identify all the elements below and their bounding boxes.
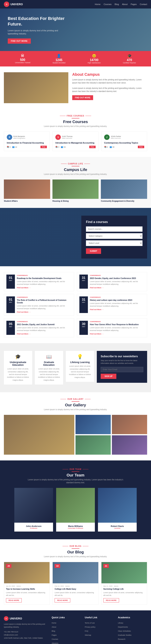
campus-divider [72,166,79,166]
blog-post-title-1: College Life Made Easy [55,588,96,590]
course-meta-1: 📚 5 👥 44 Free [7,146,47,148]
gallery-placeholder-5 [112,435,147,455]
courses-grid: R RAM Benjamin MBA Designation Introduct… [4,132,147,151]
find-courses-box: Find a courses Select Category Select Le… [81,216,147,258]
footer-link-sitemap: Sitemap [85,633,114,636]
hero-cta-button[interactable]: FIND OUT MORE [8,38,31,44]
instructor-avatar-3: J [104,134,110,140]
about-text-1: Lorem ipsum is simply dummy text of the … [72,78,147,84]
team-name-1: Maria Williams [58,525,93,527]
team-photo-1 [56,488,95,523]
conf-link-3[interactable]: Find out More → [90,308,144,310]
about-section: About Campus Lorem ipsum is simply dummy… [0,66,151,109]
blog-read-more-2[interactable]: READ MORE [103,598,119,602]
conf-tag-0: Conference [17,274,72,276]
courses-section-header: Free Courses Free Courses Lorem ipsum is… [4,115,147,128]
feature-text-2: Lorem ipsum dolor sit amet, consectetur … [69,365,91,379]
course-title-3: Contemporary Accounting Topics [104,142,144,144]
team-photo-placeholder-1 [56,488,95,523]
find-level-select[interactable]: Select Level [86,240,142,246]
nav-pages[interactable]: Pages [131,3,137,6]
nav-blog[interactable]: Blog [115,3,119,6]
instructor-avatar-2: S [55,134,61,140]
blog-divider [72,548,79,549]
nav-courses[interactable]: Courses [104,3,111,6]
about-title-part1: About [72,72,84,76]
stats-bar: 🏛 500 Universities Trained 👤 1245 Studen… [0,51,151,66]
team-info-2: Robert Davis Lecturer [98,523,137,532]
footer-address: 1234 North Avenue Luke, New York, United… [4,636,48,640]
course-lessons-1: 📚 5 [7,146,11,148]
about-cta-button[interactable]: FIND OUT MORE [72,95,93,100]
conf-link-0[interactable]: Find out More → [17,287,72,289]
blog-badge-1: 10 [55,564,60,568]
blog-read-more-1[interactable]: READ MORE [55,598,70,602]
logo-text: UNIVERO [11,3,23,6]
nav-about[interactable]: About [122,3,127,6]
footer-link-faq: FAQ [85,629,114,632]
lessons-icon-2: 📚 [55,146,58,148]
conf-date-4: 05 May [7,321,15,335]
nav-logo[interactable]: U UNIVERO [4,2,23,7]
feature-text-0: Lorem ipsum dolor sit amet, consectetur … [7,368,29,382]
footer-link-schedules: Class Schedules [118,629,147,632]
footer: U UNIVERO Lorem ipsum is simply dummy te… [0,610,151,644]
footer-link-courses: Courses [52,638,81,640]
gallery-section: Our Gallery Our Gallery Lorem ipsum is s… [0,392,151,460]
nav-home[interactable]: Home [95,3,100,6]
footer-grid: U UNIVERO Lorem ipsum is simply dummy te… [4,616,147,644]
campus-img-placeholder-2 [53,180,99,199]
subscribe-button[interactable]: SIGN UP [101,374,116,379]
team-role-2: Lecturer [100,527,134,529]
blog-content-1: Feb 10, 2023 Admin College Life Made Eas… [53,583,98,604]
courses-title: Free Courses [4,120,147,124]
find-submit-button[interactable]: SUBMIT [86,248,101,254]
about-title-part2: Campus [84,72,100,76]
gallery-placeholder-4 [76,435,111,455]
gallery-divider [72,401,79,402]
conf-content-3: Conference History and culture open day … [90,296,144,313]
find-search-input[interactable] [86,226,142,232]
team-section-header: Our Team Our Team Lorem ipsum is simply … [4,468,147,484]
team-card-1: Maria Williams Associate Professor [56,488,95,532]
gallery-item-3 [112,415,147,434]
blog-meta-0: Jan 20, 2023 Admin [6,585,48,587]
conf-link-5[interactable]: Find out More → [90,333,144,335]
hero-section: Best Education For Brighter Future. Lore… [0,8,151,51]
blog-read-more-0[interactable]: READ MORE [6,598,22,602]
conf-day-3: 31 [81,298,86,302]
nav-contact[interactable]: Contact [140,3,147,6]
campus-grid: Student Affairs Housing & Dining Communi… [4,180,147,202]
feature-icon-2: 💡 [69,354,91,360]
stat-num-students: 1245 [53,58,65,62]
conf-link-2[interactable]: Find out More → [17,311,72,313]
course-badge-2: Free [89,146,96,148]
footer-link-about: About [52,625,81,628]
find-category-select[interactable]: Select Category [86,233,142,239]
conf-text-5: Lorem ipsum dolor sit amet, consectetur … [90,326,144,332]
conf-date-0: 01 May [7,274,15,289]
about-text-2: Lorem ipsum is simply dummy text of the … [72,87,147,93]
team-desc: Lorem ipsum is simply dummy text of the … [27,478,124,484]
hero-content: Best Education For Brighter Future. Lore… [8,16,66,44]
stat-num-teachers: 470 [123,58,136,62]
conf-link-4[interactable]: Find out More → [17,333,72,335]
conf-month-3: May [81,302,86,303]
campus-image-3 [101,180,147,199]
feature-icon-0: 🎓 [7,354,29,360]
footer-phone: +01 456-789-0123 [4,630,48,633]
subscribe-box: Subscribe to our newsletters Stay your e… [97,351,147,383]
conf-content-1: Conference 2023 Gender, Equity, and Just… [90,274,144,289]
conf-date-2: 01 May [7,296,15,313]
blog-post-text-0: Lorem ipsum dolor sit amet, consectetur … [6,592,48,597]
course-card-2: S SAM Thomas MBA Instructor Introduction… [53,132,98,151]
subscribe-email-input[interactable] [101,367,143,372]
conf-tag-2: Conference [17,296,72,298]
footer-useful-links-col: Useful Link Terms of use Privacy policy … [85,616,114,644]
about-title: About Campus [72,72,147,77]
campus-label-2: Housing & Dining [53,200,99,202]
team-name-2: Robert Davis [100,525,134,527]
course-badge-1: Free [41,146,47,148]
conf-link-1[interactable]: Find out More → [90,287,144,289]
campus-image-2 [53,180,99,199]
